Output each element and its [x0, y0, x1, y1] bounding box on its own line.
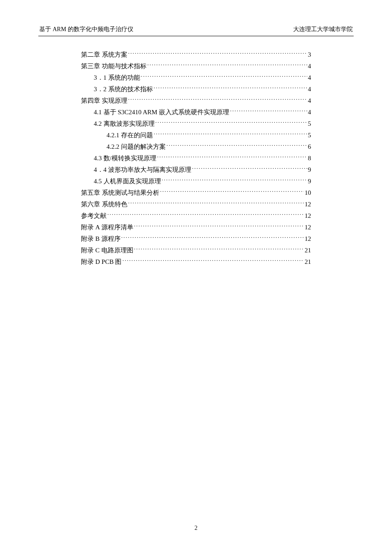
toc-leader-dots: [147, 62, 307, 68]
page-header: 基于 ARM 的数字化中频电子治疗仪 大连理工大学城市学院: [38, 26, 354, 33]
toc-leader-dots: [107, 211, 304, 218]
toc-leader-dots: [134, 246, 304, 252]
toc-label: 4.2.2 问题的解决方案: [107, 141, 166, 153]
toc-label: 4.2 离散波形实现原理: [94, 118, 155, 130]
toc-label: 参考文献: [81, 210, 107, 222]
toc-page-number: 12: [305, 233, 311, 245]
toc-page-number: 10: [305, 187, 311, 199]
toc-row[interactable]: 4.2.2 问题的解决方案6: [81, 141, 311, 153]
header-left: 基于 ARM 的数字化中频电子治疗仪: [39, 26, 133, 33]
toc-label: 附录 B 源程序: [81, 233, 121, 245]
toc-row[interactable]: 3．1 系统的功能4: [81, 72, 311, 84]
toc-page-number: 21: [305, 256, 311, 268]
toc-leader-dots: [230, 108, 307, 114]
toc-page-number: 9: [308, 164, 311, 176]
toc-row[interactable]: 第三章 功能与技术指标4: [81, 61, 311, 72]
toc-row[interactable]: 4.2 离散波形实现原理5: [81, 118, 311, 130]
toc-page-number: 6: [308, 141, 311, 153]
page-number: 2: [195, 525, 198, 531]
toc-leader-dots: [154, 131, 307, 137]
toc-leader-dots: [122, 257, 304, 264]
toc-page-number: 4: [308, 84, 311, 95]
toc-page-number: 5: [308, 118, 311, 130]
toc-page-number: 12: [305, 199, 311, 210]
table-of-contents: 第二章 系统方案3第三章 功能与技术指标43．1 系统的功能43．2 系统的技术…: [38, 49, 354, 268]
toc-leader-dots: [141, 73, 307, 80]
toc-label: 4.1 基于 S3C2410 ARM 嵌入式系统硬件实现原理: [94, 107, 229, 118]
toc-leader-dots: [154, 85, 307, 91]
toc-label: 4.5 人机界面及实现原理: [94, 176, 161, 187]
toc-page-number: 8: [308, 153, 311, 164]
toc-row[interactable]: 附录 A 源程序清单12: [81, 222, 311, 233]
toc-row[interactable]: 附录 C 电路原理图21: [81, 245, 311, 256]
toc-page-number: 4: [308, 72, 311, 84]
toc-row[interactable]: 第六章 系统特色12: [81, 199, 311, 210]
toc-row[interactable]: 4.2.1 存在的问题5: [81, 130, 311, 141]
toc-leader-dots: [192, 165, 307, 172]
toc-page-number: 3: [308, 49, 311, 61]
toc-page-number: 12: [305, 222, 311, 233]
toc-label: 附录 D PCB 图: [81, 256, 121, 268]
toc-page-number: 9: [308, 176, 311, 187]
toc-row[interactable]: 第五章 系统测试与结果分析10: [81, 187, 311, 199]
header-rule: [38, 36, 354, 36]
toc-label: 第六章 系统特色: [81, 199, 127, 210]
toc-leader-dots: [128, 200, 304, 206]
toc-row[interactable]: 附录 D PCB 图21: [81, 256, 311, 268]
toc-label: 附录 C 电路原理图: [81, 245, 133, 256]
toc-label: 4．4 波形功率放大与隔离实现原理: [94, 164, 191, 176]
toc-leader-dots: [128, 50, 307, 57]
toc-row[interactable]: 4.3 数/模转换实现原理 8: [81, 153, 311, 164]
toc-page-number: 4: [308, 61, 311, 72]
toc-row[interactable]: 附录 B 源程序12: [81, 233, 311, 245]
toc-label: 3．2 系统的技术指标: [94, 84, 153, 95]
toc-row[interactable]: 4．4 波形功率放大与隔离实现原理9: [81, 164, 311, 176]
toc-label: 第二章 系统方案: [81, 49, 127, 61]
toc-leader-dots: [128, 96, 307, 103]
toc-label: 4.2.1 存在的问题: [107, 130, 153, 141]
toc-label: 第四章 实现原理: [81, 95, 127, 107]
toc-page-number: 12: [305, 210, 311, 222]
document-page: 基于 ARM 的数字化中频电子治疗仪 大连理工大学城市学院 第二章 系统方案3第…: [0, 0, 392, 268]
toc-page-number: 5: [308, 130, 311, 141]
toc-leader-dots: [134, 223, 304, 229]
toc-leader-dots: [121, 234, 304, 241]
toc-page-number: 4: [308, 107, 311, 118]
toc-row[interactable]: 4.5 人机界面及实现原理9: [81, 176, 311, 187]
header-right: 大连理工大学城市学院: [293, 26, 353, 33]
toc-leader-dots: [157, 154, 307, 160]
toc-page-number: 4: [308, 95, 311, 107]
toc-label: 3．1 系统的功能: [94, 72, 140, 84]
toc-leader-dots: [167, 142, 307, 149]
toc-row[interactable]: 第四章 实现原理4: [81, 95, 311, 107]
toc-label: 第五章 系统测试与结果分析: [81, 187, 159, 199]
toc-row[interactable]: 4.1 基于 S3C2410 ARM 嵌入式系统硬件实现原理4: [81, 107, 311, 118]
toc-leader-dots: [162, 177, 307, 183]
toc-row[interactable]: 第二章 系统方案3: [81, 49, 311, 61]
toc-label: 第三章 功能与技术指标: [81, 61, 147, 72]
toc-label: 附录 A 源程序清单: [81, 222, 133, 233]
toc-leader-dots: [160, 188, 304, 195]
toc-leader-dots: [156, 119, 307, 126]
toc-page-number: 21: [305, 245, 311, 256]
toc-row[interactable]: 参考文献12: [81, 210, 311, 222]
page-footer: 2: [0, 525, 392, 532]
toc-row[interactable]: 3．2 系统的技术指标4: [81, 84, 311, 95]
toc-label: 4.3 数/模转换实现原理: [94, 153, 156, 164]
